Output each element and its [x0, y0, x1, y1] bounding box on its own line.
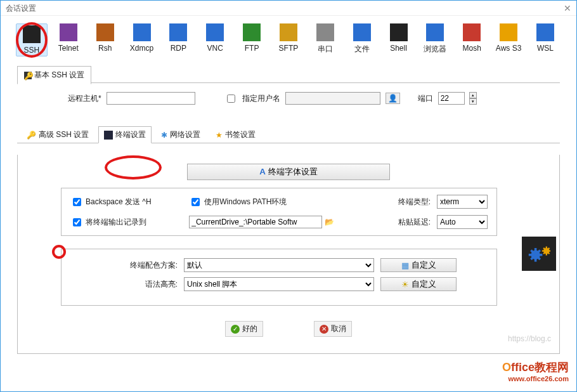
syntax-select[interactable]: Unix shell 脚本 [184, 277, 374, 291]
protocol-ssh[interactable]: SSH [16, 23, 48, 56]
palette-icon [401, 261, 409, 270]
protocol-vnc[interactable]: VNC [199, 23, 231, 56]
cancel-label: 取消 [331, 323, 346, 334]
protocol-label: 浏览器 [424, 44, 446, 55]
port-stepper[interactable]: ▲▼ [469, 92, 477, 105]
protocol-label: WSL [537, 44, 554, 53]
protocol-label: Telnet [58, 44, 79, 53]
protocol-文件[interactable]: 文件 [346, 23, 378, 56]
backspace-checkbox-row[interactable]: Backspace 发送 ^H [70, 196, 183, 208]
log-path-input[interactable] [189, 216, 322, 228]
syntax-label: 语法高亮: [101, 279, 178, 290]
paste-delay-label: 粘贴延迟: [340, 217, 431, 228]
gears-icon [528, 242, 550, 265]
cancel-button[interactable]: ✕ 取消 [314, 321, 352, 337]
protocol-icon [500, 23, 517, 41]
cross-icon: ✕ [320, 325, 328, 334]
protocol-label: Mosh [463, 44, 481, 53]
protocol-icon [96, 23, 114, 41]
tab-basic-ssh[interactable]: 基本 SSH 设置 [17, 66, 91, 84]
user-input [285, 92, 380, 105]
protocol-icon [23, 25, 41, 43]
syntax-custom-button[interactable]: 自定义 [380, 277, 457, 291]
protocol-label: FTP [245, 44, 259, 53]
check-icon: ✓ [231, 325, 240, 334]
remote-host-label: 远程主机* [68, 93, 101, 104]
brand-logo: Office教程网 www.office26.com [502, 360, 569, 382]
protocol-label: Rsh [98, 44, 112, 53]
protocol-icon [206, 23, 224, 41]
protocol-ftp[interactable]: FTP [236, 23, 268, 56]
protocol-label: 文件 [354, 44, 370, 55]
settings-gear-button[interactable] [522, 237, 556, 271]
term-type-label: 终端类型: [340, 197, 431, 207]
font-settings-label: 终端字体设置 [268, 167, 318, 176]
backspace-label: Backspace 发送 ^H [86, 197, 152, 207]
key-icon [24, 72, 32, 79]
log-output-label: 将终端输出记录到 [86, 217, 146, 228]
ok-button[interactable]: ✓ 好的 [225, 321, 263, 337]
backspace-checkbox[interactable] [73, 198, 81, 206]
color-scheme-select[interactable]: 默认 [184, 258, 374, 272]
user-icon[interactable] [386, 93, 400, 104]
window-title: 会话设置 [6, 1, 36, 15]
protocol-icon [353, 23, 371, 41]
close-icon[interactable]: ✕ [564, 1, 571, 15]
protocol-icon [280, 23, 297, 41]
port-label: 端口 [418, 93, 433, 104]
protocol-label: 串口 [318, 44, 333, 55]
protocol-icon [390, 23, 408, 41]
watermark-text: https://blog.c [508, 334, 551, 343]
sun-icon [401, 280, 409, 289]
protocol-mosh[interactable]: Mosh [456, 23, 488, 56]
protocol-icon [243, 23, 261, 41]
protocol-label: VNC [207, 44, 223, 53]
log-output-checkbox[interactable] [73, 218, 81, 226]
tab-bookmark-settings[interactable]: 书签设置 [210, 126, 261, 143]
tab-terminal-settings[interactable]: 终端设置 [98, 126, 152, 143]
network-icon [161, 131, 167, 140]
terminal-icon [104, 131, 113, 140]
tab-terminal-label: 终端设置 [115, 129, 146, 140]
tab-advanced-ssh[interactable]: 高级 SSH 设置 [21, 126, 94, 143]
winpath-checkbox-row[interactable]: 使用Windows PATH环境 [189, 196, 334, 208]
protocol-sftp[interactable]: SFTP [273, 23, 304, 56]
font-icon [259, 167, 266, 176]
protocol-aws s3[interactable]: Aws S3 [493, 23, 524, 56]
star-icon [216, 131, 223, 140]
specify-user-label: 指定用户名 [242, 93, 280, 104]
protocol-串口[interactable]: 串口 [309, 23, 341, 56]
protocol-label: SFTP [279, 44, 299, 53]
color-scheme-custom-button[interactable]: 自定义 [380, 258, 457, 272]
key-icon [27, 131, 36, 140]
tab-network-settings[interactable]: 网络设置 [155, 126, 206, 143]
tab-bookmark-label: 书签设置 [225, 129, 256, 140]
folder-icon[interactable] [325, 218, 334, 226]
font-settings-button[interactable]: 终端字体设置 [187, 164, 390, 180]
remote-host-input[interactable] [107, 92, 195, 105]
winpath-label: 使用Windows PATH环境 [204, 197, 287, 207]
protocol-label: Aws S3 [496, 44, 521, 53]
protocol-xdmcp[interactable]: Xdmcp [126, 23, 158, 56]
protocol-icon [426, 23, 444, 41]
color-scheme-label: 终端配色方案: [101, 260, 178, 271]
protocol-浏览器[interactable]: 浏览器 [419, 23, 451, 56]
tab-advanced-ssh-label: 高级 SSH 设置 [39, 129, 89, 140]
term-type-select[interactable]: xterm [437, 195, 488, 209]
protocol-icon [316, 23, 334, 41]
protocol-wsl[interactable]: WSL [529, 23, 561, 56]
protocol-label: RDP [171, 44, 186, 53]
log-output-row[interactable]: 将终端输出记录到 [70, 216, 183, 228]
winpath-checkbox[interactable] [191, 198, 200, 206]
protocol-shell[interactable]: Shell [383, 23, 415, 56]
protocol-rsh[interactable]: Rsh [89, 23, 121, 56]
protocol-rdp[interactable]: RDP [162, 23, 194, 56]
protocol-telnet[interactable]: Telnet [53, 23, 84, 56]
paste-delay-select[interactable]: Auto [437, 215, 488, 229]
protocol-icon [536, 23, 554, 41]
protocol-label: Shell [390, 44, 407, 53]
specify-user-checkbox[interactable] [227, 95, 235, 103]
protocol-label: Xdmcp [130, 44, 153, 53]
port-input[interactable] [438, 92, 465, 105]
protocol-icon [463, 23, 481, 41]
